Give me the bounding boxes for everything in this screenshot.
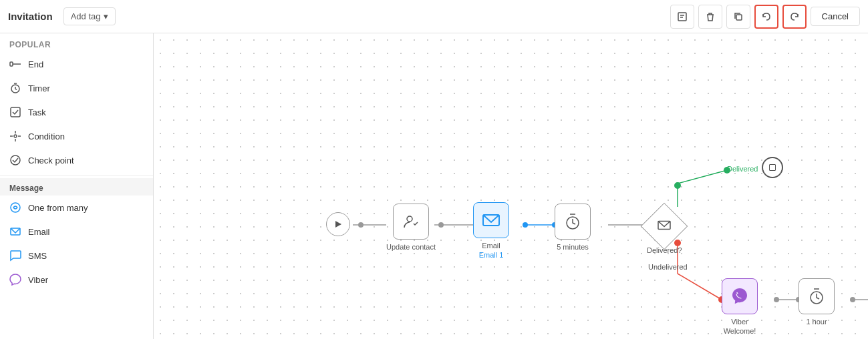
timer2-label: 1 hour [806, 317, 827, 326]
sidebar-item-email[interactable]: Email [0, 220, 153, 244]
redo-button[interactable] [782, 5, 807, 29]
svg-line-30 [678, 274, 722, 300]
sidebar-item-task[interactable]: Task [0, 100, 153, 124]
sidebar-item-sms-label: SMS [28, 251, 47, 261]
sms-icon [9, 250, 21, 262]
sidebar-item-timer[interactable]: Timer [0, 76, 153, 100]
note-button[interactable] [670, 5, 694, 29]
sidebar-item-one-from-many-label: One from many [28, 203, 88, 213]
viber-icon [9, 274, 21, 286]
delivered-end1-node[interactable]: Delivered [727, 157, 783, 178]
sidebar-item-sms[interactable]: SMS [0, 244, 153, 268]
checkpoint-icon [9, 154, 21, 166]
svg-rect-7 [11, 107, 20, 117]
sidebar-item-checkpoint-label: Check point [28, 155, 74, 165]
update-contact-node[interactable]: Update contact [386, 204, 436, 252]
delivered-label1: Delivered [727, 164, 758, 174]
start-circle[interactable] [326, 212, 350, 236]
add-tag-label: Add tag [71, 11, 101, 21]
workflow-canvas[interactable]: Update contact EmailEmail 1 [154, 33, 868, 339]
svg-point-27 [674, 182, 681, 189]
sidebar-item-condition-label: Condition [28, 131, 65, 141]
email1-node[interactable]: EmailEmail 1 [473, 202, 509, 260]
svg-rect-4 [10, 62, 13, 66]
sidebar-item-end-label: End [28, 59, 43, 69]
timer-icon [9, 82, 21, 94]
sidebar-item-one-from-many[interactable]: One from many [0, 196, 153, 220]
update-contact-shape[interactable] [393, 204, 429, 240]
svg-point-14 [11, 203, 20, 212]
email1-shape[interactable] [473, 202, 509, 238]
timer2-shape[interactable] [799, 278, 835, 314]
sidebar-item-viber-label: Viber [28, 275, 48, 285]
svg-point-21 [523, 222, 528, 228]
main-area: Popular End Timer Task [0, 33, 868, 339]
update-contact-label: Update contact [386, 242, 436, 252]
start-node[interactable] [326, 212, 350, 236]
timer1-label: 5 minutes [557, 242, 589, 252]
condition-icon [9, 130, 21, 142]
sidebar-item-checkpoint[interactable]: Check point [0, 148, 153, 172]
svg-point-34 [774, 297, 779, 302]
timer2-node[interactable]: 1 hour [799, 278, 835, 326]
email-icon [9, 226, 21, 238]
header-actions: Cancel [670, 5, 860, 29]
svg-rect-0 [678, 13, 686, 21]
sidebar-item-email-label: Email [28, 227, 50, 237]
add-tag-button[interactable]: Add tag ▾ [63, 7, 116, 25]
svg-line-26 [678, 170, 727, 184]
svg-point-13 [11, 155, 20, 165]
sidebar-item-condition[interactable]: Condition [0, 124, 153, 148]
viber-shape[interactable] [722, 278, 758, 314]
email1-label: EmailEmail 1 [479, 241, 504, 260]
cancel-button[interactable]: Cancel [811, 7, 860, 26]
timer1-shape[interactable] [555, 204, 591, 240]
one-from-many-icon [9, 202, 21, 214]
header: Invitation Add tag ▾ [0, 0, 868, 33]
task-icon [9, 106, 21, 118]
chevron-down-icon: ▾ [104, 11, 108, 21]
page-title: Invitation [8, 11, 53, 22]
sidebar-item-viber[interactable]: Viber [0, 268, 153, 292]
svg-point-8 [14, 135, 17, 137]
sidebar-item-timer-label: Timer [28, 83, 50, 93]
connections-svg [154, 33, 868, 339]
svg-point-17 [358, 222, 364, 228]
popular-section-title: Popular [0, 33, 153, 52]
svg-point-48 [407, 216, 412, 222]
sidebar-item-end[interactable]: End [0, 52, 153, 76]
svg-marker-47 [335, 221, 341, 228]
sidebar-item-task-label: Task [28, 107, 46, 117]
sidebar: Popular End Timer Task [0, 33, 154, 339]
delete-button[interactable] [698, 5, 722, 29]
timer1-node[interactable]: 5 minutes [555, 204, 591, 252]
delivered-check-node[interactable]: Delivered? [647, 210, 682, 255]
copy-button[interactable] [726, 5, 750, 29]
svg-rect-3 [736, 15, 742, 20]
viber-node[interactable]: ViberWelcome! [722, 278, 758, 336]
svg-point-37 [850, 297, 855, 302]
end-icon [9, 58, 21, 70]
undelivered-conn-label: Undelivered [648, 263, 688, 271]
message-section-title: Message [0, 178, 153, 196]
undo-button[interactable] [754, 5, 778, 29]
svg-point-19 [438, 222, 444, 228]
viber-label: ViberWelcome! [724, 317, 756, 336]
sidebar-divider [0, 175, 153, 176]
